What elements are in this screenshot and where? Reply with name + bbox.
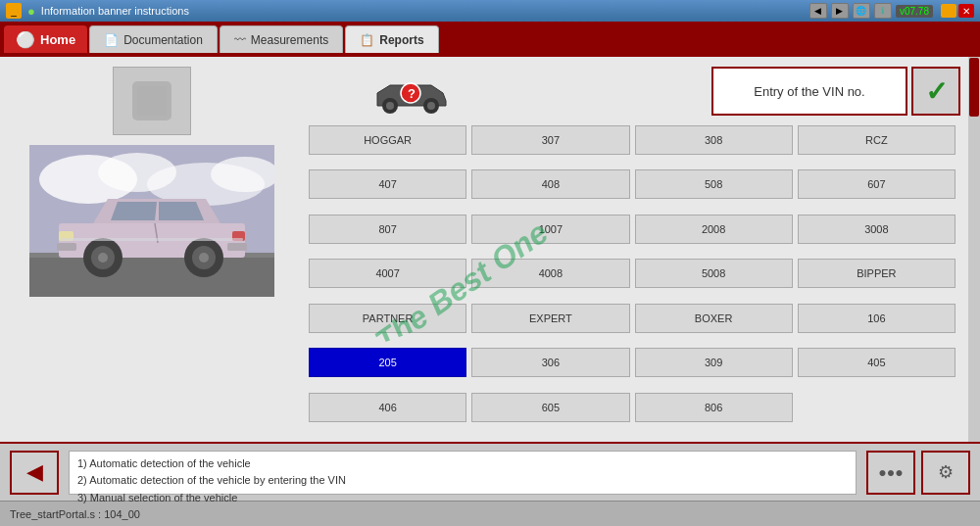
brand-logo xyxy=(113,67,191,135)
info-box: 1) Automatic detection of the vehicle 2)… xyxy=(69,451,857,495)
model-btn-5008[interactable]: 5008 xyxy=(635,259,793,288)
more-icon: ●●● xyxy=(878,464,903,480)
main-content: Entry of the VIN no. ✓ ? HOGGAR 307 308 … xyxy=(0,57,980,442)
model-btn-4007[interactable]: 4007 xyxy=(309,259,466,288)
vin-input-label: Entry of the VIN no. xyxy=(754,84,864,99)
model-btn-407[interactable]: 407 xyxy=(309,169,466,199)
svg-text:?: ? xyxy=(408,86,416,101)
nav-tab-measurements-label: Measurements xyxy=(251,33,328,47)
model-btn-307[interactable]: 307 xyxy=(471,125,629,155)
svg-rect-9 xyxy=(29,258,274,297)
car-image xyxy=(29,145,274,297)
svg-point-24 xyxy=(386,102,394,110)
svg-rect-19 xyxy=(57,243,76,251)
settings-icon: ⚙ xyxy=(938,461,954,483)
nav-home-label: Home xyxy=(40,32,75,47)
globe-icon[interactable]: 🌐 xyxy=(853,3,870,19)
model-btn-508[interactable]: 508 xyxy=(635,169,793,199)
nav-tab-documentation[interactable]: 📄 Documentation xyxy=(89,25,218,53)
title-bar-status-icon: ● xyxy=(27,4,35,19)
measurements-icon: 〰 xyxy=(234,33,246,47)
model-btn-2008[interactable]: 2008 xyxy=(635,215,793,244)
back-nav-button[interactable]: ◀ xyxy=(809,3,827,19)
model-btn-806[interactable]: 806 xyxy=(635,393,793,422)
model-btn-605[interactable]: 605 xyxy=(471,393,629,422)
model-btn-1007[interactable]: 1007 xyxy=(471,215,629,244)
svg-rect-20 xyxy=(227,243,247,251)
window-minimize-button[interactable] xyxy=(941,4,956,18)
models-grid: HOGGAR 307 308 RCZ 407 408 508 607 807 1… xyxy=(309,125,970,432)
title-bar: _ ● Information banner instructions ◀ ▶ … xyxy=(0,0,980,22)
model-btn-hoggar[interactable]: HOGGAR xyxy=(309,125,466,155)
nav-tab-reports[interactable]: 📋 Reports xyxy=(345,25,438,53)
model-btn-308[interactable]: 308 xyxy=(635,125,793,155)
model-btn-106[interactable]: 106 xyxy=(798,304,956,333)
svg-point-13 xyxy=(98,253,108,263)
minimize-button[interactable]: _ xyxy=(6,3,22,19)
title-bar-title: Information banner instructions xyxy=(41,5,804,17)
model-btn-306[interactable]: 306 xyxy=(471,348,629,377)
window-close-button[interactable]: ✕ xyxy=(958,4,974,18)
model-btn-408[interactable]: 408 xyxy=(471,169,629,199)
info-line-1: 1) Automatic detection of the vehicle xyxy=(77,455,848,473)
car-icon-area: ? xyxy=(372,72,451,119)
model-btn-4008[interactable]: 4008 xyxy=(471,259,629,288)
info-line-3: 3) Manual selection of the vehicle xyxy=(77,490,848,507)
model-btn-boxer[interactable]: BOXER xyxy=(635,304,793,333)
model-btn-406[interactable]: 406 xyxy=(309,393,466,422)
nav-tab-measurements[interactable]: 〰 Measurements xyxy=(220,25,343,53)
left-panel xyxy=(0,57,304,442)
svg-point-16 xyxy=(199,253,209,263)
model-btn-607[interactable]: 607 xyxy=(798,169,956,199)
model-btn-bipper[interactable]: BIPPER xyxy=(798,259,956,288)
model-btn-3008[interactable]: 3008 xyxy=(798,215,956,244)
info-icon[interactable]: ℹ xyxy=(874,3,892,19)
right-buttons: ●●● ⚙ xyxy=(866,451,970,495)
model-btn-rcz[interactable]: RCZ xyxy=(798,125,956,155)
home-icon: ⚪ xyxy=(16,30,35,49)
nav-tab-documentation-label: Documentation xyxy=(123,33,203,47)
model-btn-empty xyxy=(798,393,956,422)
svg-point-26 xyxy=(427,102,435,110)
more-options-button[interactable]: ●●● xyxy=(866,451,915,495)
nav-tab-reports-label: Reports xyxy=(379,33,423,47)
vin-area: Entry of the VIN no. ✓ xyxy=(711,67,960,116)
model-btn-807[interactable]: 807 xyxy=(309,215,466,244)
window-controls[interactable]: _ xyxy=(6,3,22,19)
svg-rect-22 xyxy=(61,238,243,241)
bottom-panel: ◀ 1) Automatic detection of the vehicle … xyxy=(0,442,980,501)
scroll-thumb[interactable] xyxy=(969,58,979,117)
scrollbar[interactable] xyxy=(968,57,980,442)
vin-confirm-icon: ✓ xyxy=(925,75,948,108)
model-btn-309[interactable]: 309 xyxy=(635,348,793,377)
documentation-icon: 📄 xyxy=(104,33,119,47)
vin-input[interactable]: Entry of the VIN no. xyxy=(711,67,907,116)
model-btn-expert[interactable]: EXPERT xyxy=(471,304,629,333)
nav-home-button[interactable]: ⚪ Home xyxy=(4,25,87,53)
svg-rect-2 xyxy=(137,86,167,116)
version-badge: v07.78 xyxy=(896,5,933,18)
forward-nav-button[interactable]: ▶ xyxy=(831,3,849,19)
back-arrow-icon: ◀ xyxy=(26,459,43,485)
vin-confirm-button[interactable]: ✓ xyxy=(911,67,960,116)
model-btn-205[interactable]: 205 xyxy=(309,348,466,377)
nav-bar: ⚪ Home 📄 Documentation 〰 Measurements 📋 … xyxy=(0,22,980,57)
title-bar-right-controls: ◀ ▶ 🌐 ℹ v07.78 ✕ xyxy=(809,3,974,19)
model-btn-partner[interactable]: PARTNER xyxy=(309,304,466,333)
settings-button[interactable]: ⚙ xyxy=(921,451,970,495)
status-text: Tree_startPortal.s : 104_00 xyxy=(10,508,140,520)
reports-icon: 📋 xyxy=(360,33,374,47)
back-button[interactable]: ◀ xyxy=(10,451,59,495)
info-line-2: 2) Automatic detection of the vehicle by… xyxy=(77,472,848,490)
model-btn-405[interactable]: 405 xyxy=(798,348,956,377)
